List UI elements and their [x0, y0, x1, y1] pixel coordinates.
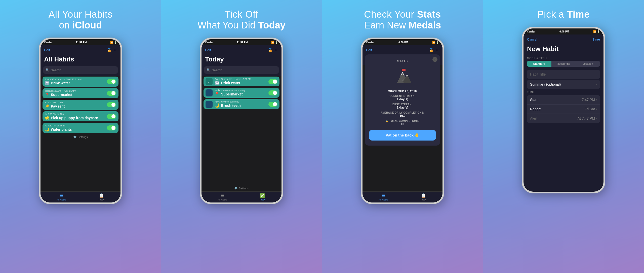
heading-2-line2: What You Did Today: [197, 20, 286, 31]
page-title-bar-2: Today: [202, 55, 281, 65]
start-value: 7:47 PM ›: [582, 98, 597, 102]
habit-icon-0: 🔄: [45, 81, 49, 85]
nav-icons-1: 🏅 ＋: [107, 48, 117, 53]
new-habit-title: New Habit: [524, 44, 603, 55]
nav-bar-2: Edit 🏅 ＋: [202, 45, 281, 55]
save-button[interactable]: Save: [592, 38, 600, 41]
toggle-2-2[interactable]: [268, 102, 277, 107]
summary-field[interactable]: Summary (optional) ›: [527, 80, 600, 89]
alert-label: Alert: [530, 116, 537, 120]
toggle-1-1[interactable]: [107, 91, 116, 96]
carrier-1: Carrier: [44, 41, 52, 44]
stats-best-streak: BEST STREAK: 1 day(s): [392, 103, 413, 109]
page-title-bar-1: All Habits: [41, 55, 120, 65]
start-row[interactable]: Start 7:47 PM ›: [527, 95, 600, 104]
habit-title-field[interactable]: Habit Title: [527, 70, 600, 79]
habit-left: At 7:30 PM on Tue Fri 🌙 Water plants: [45, 124, 72, 131]
time-4: 6:48 PM: [559, 30, 569, 33]
panel-stats: Check Your Stats Earn New Medals Carrier…: [322, 0, 483, 273]
stats-close-btn[interactable]: ✕: [432, 57, 437, 62]
settings-row-1[interactable]: ⚙️ Settings: [41, 134, 120, 140]
status-icons-4: 📶 🔋: [593, 30, 600, 33]
toggle-1-4[interactable]: [107, 125, 116, 130]
mountain-graphic: [390, 67, 415, 87]
toggle-1-0[interactable]: [107, 79, 116, 84]
habit-item-1-3[interactable]: At 5:00 PM on Thu 🌟 Pick up puppy from d…: [43, 111, 118, 121]
toggle-1-3[interactable]: [107, 114, 116, 119]
heading-3-line1: Check Your Stats: [364, 9, 441, 20]
tab-all-habits-2[interactable]: ☰ All Habits: [218, 193, 227, 201]
section-time-header: TIME: [524, 89, 603, 95]
habit-item-1-1[interactable]: Radius: 100.0m → Upon Entry 📍 Supermarke…: [43, 88, 118, 98]
habit-left: Every 30 minutes → Next: 12:21 AM 🔄 Drin…: [45, 78, 82, 85]
habit-item-1-0[interactable]: Every 30 minutes → Next: 12:21 AM 🔄 Drin…: [43, 77, 118, 87]
time-2: 11:52 PM: [237, 41, 248, 44]
toggle-1-2[interactable]: [107, 102, 116, 107]
habit-left: Radius: 100.0m → Upon Entry 📍 Supermarke…: [45, 90, 76, 97]
cancel-button[interactable]: Cancel: [527, 38, 537, 41]
checkbox-1[interactable]: [206, 89, 213, 96]
today-habit-0[interactable]: ✓ Every 30 minutes → Next: 12:21 AM 🔄 Dr…: [204, 77, 279, 86]
nav-edit-1[interactable]: Edit: [44, 48, 50, 52]
search-placeholder-1: Search: [51, 68, 61, 72]
start-label: Start: [530, 98, 538, 102]
tab-today-label-2: Today: [259, 198, 265, 201]
tab-all-habits-label-3: All Habits: [379, 198, 388, 201]
settings-row-2[interactable]: ⚙️ Settings: [202, 185, 281, 191]
panel-4-heading: Pick a Time: [537, 9, 590, 20]
status-bar-2: Carrier 11:52 PM 📶 🔋: [202, 39, 281, 45]
habit-info-0: Every 30 minutes → Next: 12:21 AM 🔄 Drin…: [215, 78, 266, 85]
segment-control: Standard Reccurring Location: [527, 61, 600, 67]
tab-bar-2: ☰ All Habits ✅ Today: [202, 191, 281, 202]
svg-rect-0: [402, 69, 406, 71]
seg-recurring[interactable]: Reccurring: [551, 61, 576, 67]
stats-since: SINCE SEP 26, 2018: [388, 90, 417, 93]
heading-line1: All Your Habits: [49, 9, 113, 20]
settings-icon-1: ⚙️: [73, 135, 77, 139]
habit-item-1-2[interactable]: At 9:00 AM on 1st ☀️ Pay rent: [43, 100, 118, 110]
time-1: 11:52 PM: [76, 41, 87, 44]
tab-all-habits-icon-1: ☰: [60, 193, 63, 198]
today-habit-2[interactable]: At 9:30 PM on Everyday 🌙 Brush teeth: [204, 99, 279, 109]
toggle-2-1[interactable]: [268, 90, 277, 95]
tab-all-habits-label-1: All Habits: [57, 198, 66, 201]
spacer-2: [202, 110, 281, 185]
tab-today-3[interactable]: 📋 Today: [420, 193, 426, 201]
heading-line2: on iCloud: [49, 20, 113, 31]
tab-today-1[interactable]: 📋 Today: [98, 193, 104, 201]
seg-standard[interactable]: Standard: [527, 61, 551, 67]
repeat-row[interactable]: Repeat Fri Sat ›: [527, 104, 600, 114]
alert-value: At 7:47 PM ›: [578, 116, 597, 120]
summary-chevron: ›: [596, 83, 597, 86]
checkbox-0[interactable]: ✓: [206, 78, 213, 85]
carrier-3: Carrier: [366, 41, 374, 44]
tab-today-2[interactable]: ✅ Today: [259, 193, 265, 201]
checkbox-2[interactable]: [206, 101, 213, 108]
tab-all-habits-1[interactable]: ☰ All Habits: [57, 193, 66, 201]
nav-edit-3[interactable]: Edit: [366, 48, 372, 52]
panel-1-heading: All Your Habits on iCloud: [49, 9, 113, 31]
phone-3: Carrier 6:30 PM 📶 🔋 Edit 🏅 ＋ All Habits …: [361, 38, 444, 204]
new-habit-nav: Cancel Save: [524, 35, 603, 44]
alert-row[interactable]: Alert At 7:47 PM ›: [527, 114, 600, 123]
toggle-2-0[interactable]: [268, 79, 277, 84]
heading-2-line1: Tick Off: [197, 9, 286, 20]
tab-today-label-1: Today: [98, 198, 104, 201]
habit-left: At 9:00 AM on 1st ☀️ Pay rent: [45, 101, 65, 108]
today-habit-1[interactable]: Radius: 100.0m → Upon Entry 📍 Supermarke…: [204, 88, 279, 98]
habit-item-1-4[interactable]: At 7:30 PM on Tue Fri 🌙 Water plants: [43, 123, 118, 133]
repeat-label: Repeat: [530, 107, 541, 111]
seg-location[interactable]: Location: [576, 61, 600, 67]
tab-today-icon-3: 📋: [421, 193, 426, 198]
search-input-2[interactable]: 🔍 Search: [204, 66, 279, 74]
tab-all-habits-3[interactable]: ☰ All Habits: [379, 193, 388, 201]
stats-title: STATS: [397, 59, 408, 63]
nav-edit-2[interactable]: Edit: [205, 48, 211, 52]
search-input-1[interactable]: 🔍 Search: [43, 66, 118, 74]
section-mode-header: MODE & TITLE: [524, 55, 603, 61]
search-icon-2: 🔍: [207, 68, 210, 72]
pat-button[interactable]: Pat on the back 🤚: [369, 130, 436, 141]
carrier-2: Carrier: [205, 41, 213, 44]
settings-icon-2: ⚙️: [234, 187, 238, 190]
panel-today: Tick Off What You Did Today Carrier 11:5…: [161, 0, 322, 273]
